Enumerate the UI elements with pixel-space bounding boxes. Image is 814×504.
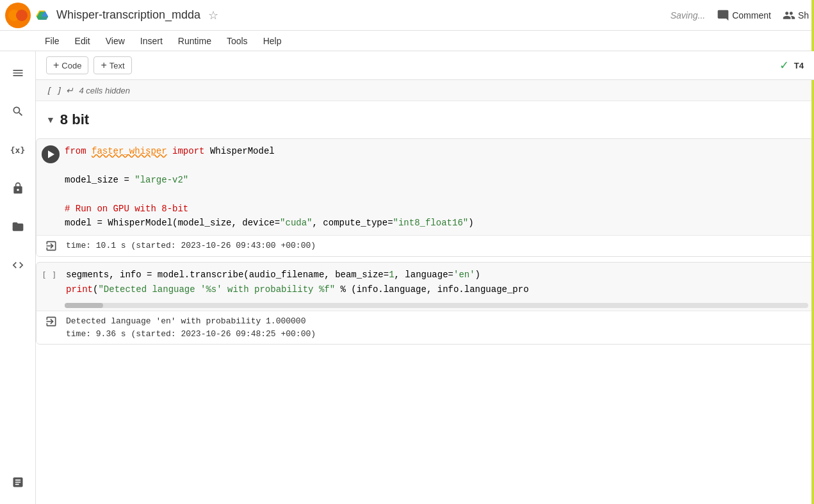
code-cell-2: [ ] segments, info = model.transcribe(au… <box>36 262 814 345</box>
sidebar-menu-icon[interactable] <box>6 61 29 85</box>
main-layout: {x} + Code + Text ✓ T4 <box>0 51 814 504</box>
section-collapse-icon[interactable]: ▼ <box>46 115 55 125</box>
section-heading: ▼ 8 bit <box>36 101 814 133</box>
document-title: Whisper-transcription_mdda <box>56 8 200 22</box>
sidebar-files-icon[interactable] <box>6 215 29 238</box>
text-label: Text <box>110 61 125 70</box>
plus-icon: + <box>53 60 59 71</box>
sidebar-search-icon[interactable] <box>6 100 29 123</box>
menu-runtime[interactable]: Runtime <box>172 33 218 49</box>
cell-2-output: Detected language 'en' with probability … <box>37 311 813 344</box>
add-code-button[interactable]: + Code <box>46 56 88 74</box>
code-label: Code <box>61 61 81 70</box>
code-block-2[interactable]: segments, info = model.transcribe(audio_… <box>66 268 808 297</box>
comment-button[interactable]: Comment <box>710 5 777 26</box>
sidebar-variables-icon[interactable]: {x} <box>6 138 29 161</box>
cell-bracket: [ ] <box>46 86 61 95</box>
menu-insert[interactable]: Insert <box>134 33 169 49</box>
scrollbar-thumb[interactable] <box>65 303 103 308</box>
app-logo[interactable] <box>5 3 31 28</box>
run-button-1[interactable] <box>42 145 60 163</box>
saving-status: Saving... <box>671 10 705 20</box>
svg-point-1 <box>16 10 28 21</box>
share-label: Sh <box>798 10 809 20</box>
t4-badge: T4 <box>794 61 804 70</box>
code-cell-1: from faster_whisper import WhisperModel … <box>36 138 814 257</box>
horizontal-scrollbar[interactable] <box>65 303 808 308</box>
cell-2-output-text: Detected language 'en' with probability … <box>66 315 316 340</box>
hidden-cells-bar[interactable]: [ ] ↵ 4 cells hidden <box>36 80 814 101</box>
collapse-arrow: ↵ <box>66 85 74 95</box>
sidebar: {x} <box>0 51 36 504</box>
cell-1-output-text: time: 10.1 s (started: 2023-10-26 09:43:… <box>66 240 316 252</box>
menu-help[interactable]: Help <box>257 33 288 49</box>
menu-tools[interactable]: Tools <box>220 33 254 49</box>
menu-view[interactable]: View <box>99 33 131 49</box>
cell-1-output: time: 10.1 s (started: 2023-10-26 09:43:… <box>37 235 813 256</box>
people-icon <box>783 9 795 22</box>
check-icon: ✓ <box>779 58 789 72</box>
share-button[interactable]: Sh <box>783 9 809 22</box>
cell-2-number: [ ] <box>42 270 61 280</box>
add-text-button[interactable]: + Text <box>94 56 131 74</box>
star-icon[interactable]: ☆ <box>208 8 218 22</box>
menu-edit[interactable]: Edit <box>69 33 97 49</box>
cell-toolbar: + Code + Text ✓ T4 <box>36 51 814 80</box>
comment-icon <box>717 9 729 22</box>
menu-file[interactable]: File <box>38 33 66 49</box>
drive-icon <box>36 9 49 22</box>
sidebar-bottom-icon[interactable] <box>6 471 29 494</box>
hidden-cells-label: 4 cells hidden <box>79 86 130 95</box>
code-block-1[interactable]: from faster_whisper import WhisperModel … <box>65 144 808 230</box>
top-bar: Whisper-transcription_mdda ☆ Saving... C… <box>0 0 814 31</box>
section-title: 8 bit <box>60 111 89 128</box>
comment-label: Comment <box>732 10 771 20</box>
output-icon-2 <box>42 315 61 328</box>
sidebar-secrets-icon[interactable] <box>6 177 29 200</box>
sidebar-code-icon[interactable] <box>6 254 29 277</box>
output-icon-1 <box>42 240 61 252</box>
menu-bar: File Edit View Insert Runtime Tools Help <box>0 31 814 51</box>
notebook-content: + Code + Text ✓ T4 [ ] ↵ 4 cells hidden … <box>36 51 814 504</box>
plus-icon-2: + <box>101 60 106 71</box>
